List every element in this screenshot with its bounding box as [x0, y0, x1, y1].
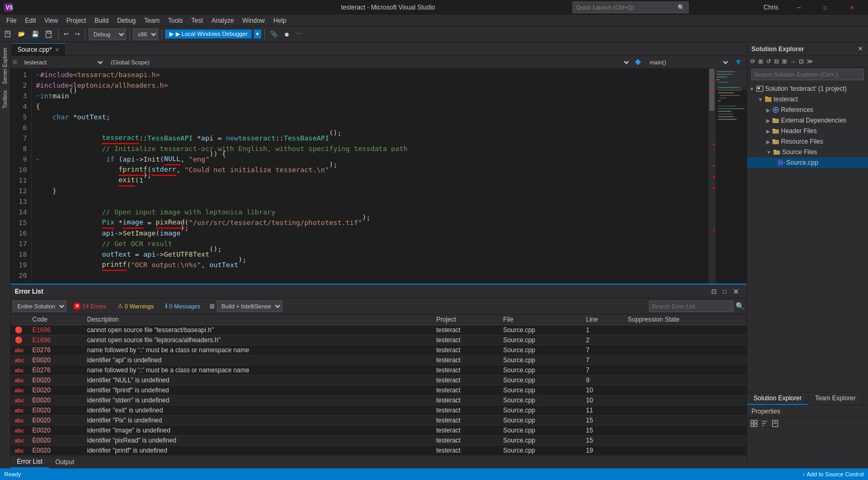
- se-open-button[interactable]: →: [789, 57, 797, 66]
- messages-badge[interactable]: ℹ 0 Messages: [160, 301, 205, 311]
- se-refresh-button[interactable]: ↺: [765, 57, 772, 66]
- menu-window[interactable]: Window: [238, 16, 269, 25]
- tree-solution[interactable]: ▼ Solution 'testeract' (1 project): [747, 83, 868, 94]
- tree-resource-files[interactable]: ▶ Resource Files: [747, 136, 868, 147]
- errors-badge[interactable]: ✕ 14 Errors: [69, 301, 111, 312]
- error-row[interactable]: abc E0020 identifier "pixRead" is undefi…: [11, 436, 747, 446]
- tab-team-explorer[interactable]: Team Explorer: [808, 392, 862, 405]
- save-button[interactable]: 💾: [30, 30, 41, 39]
- member-select[interactable]: main(): [645, 57, 730, 68]
- tree-header-files[interactable]: ▶ Header Files: [747, 126, 868, 136]
- se-collapse-button[interactable]: ⊟: [773, 57, 780, 66]
- col-line[interactable]: Line: [581, 314, 623, 325]
- error-row[interactable]: 🔴 E1696 cannot open source file "tessera…: [11, 325, 747, 335]
- code-content[interactable]: − #include <tesseract/baseapi.h> #includ…: [32, 69, 709, 284]
- minimap-viewport[interactable]: [716, 69, 747, 90]
- undo-button[interactable]: ↩: [62, 30, 71, 39]
- error-row[interactable]: abc E0276 name followed by '::' must be …: [11, 365, 747, 375]
- menu-edit[interactable]: Edit: [21, 16, 40, 25]
- error-list-dock-button[interactable]: □: [720, 287, 730, 296]
- menu-help[interactable]: Help: [269, 16, 291, 25]
- error-row[interactable]: abc E0020 identifier "NULL" is undefined…: [11, 375, 747, 385]
- global-scope-select[interactable]: (Global Scope): [107, 57, 631, 68]
- error-row[interactable]: abc E0020 identifier "stderr" is undefin…: [11, 396, 747, 406]
- menu-analyze[interactable]: Analyze: [207, 16, 239, 25]
- se-show-all-button[interactable]: ⊞: [757, 57, 764, 66]
- menu-build[interactable]: Build: [90, 16, 113, 25]
- menu-project[interactable]: Project: [62, 16, 90, 25]
- tab-output[interactable]: Output: [49, 456, 81, 468]
- prop-sort-button[interactable]: [760, 419, 769, 429]
- col-code[interactable]: Code: [28, 314, 83, 325]
- menu-test[interactable]: Test: [187, 16, 207, 25]
- platform-select[interactable]: x86 x64: [133, 29, 158, 40]
- error-row[interactable]: abc E0020 identifier "api" is undefined …: [11, 355, 747, 365]
- header-files-collapse-icon: ▶: [766, 128, 770, 134]
- tab-solution-explorer-bottom[interactable]: Solution Explorer: [747, 392, 808, 405]
- error-row[interactable]: abc E0276 name followed by '::' must be …: [11, 345, 747, 355]
- menu-team[interactable]: Team: [140, 16, 164, 25]
- col-desc[interactable]: Description: [83, 314, 432, 325]
- project-scope-select[interactable]: testeract: [20, 57, 104, 68]
- run-debugger-button[interactable]: ▶ ▶ Local Windows Debugger: [165, 30, 252, 39]
- build-filter-select[interactable]: Build + IntelliSense: [217, 300, 282, 312]
- tree-external-deps[interactable]: ▶ External Dependencies: [747, 115, 868, 126]
- collapse-1[interactable]: −: [36, 70, 39, 80]
- se-properties-button[interactable]: ⊞: [781, 57, 788, 66]
- close-button[interactable]: ✕: [840, 0, 864, 15]
- error-row[interactable]: abc E0020 identifier "exit" is undefined…: [11, 406, 747, 416]
- error-row[interactable]: abc E0020 identifier "fprintf" is undefi…: [11, 385, 747, 396]
- toolbar-extra-1[interactable]: ⋯: [294, 30, 304, 39]
- tree-source-cpp[interactable]: C++ Source.cpp: [747, 157, 868, 168]
- se-more-button[interactable]: ≫: [806, 57, 814, 66]
- error-row[interactable]: abc E0020 identifier "Pix" is undefined …: [11, 416, 747, 426]
- new-file-button[interactable]: [2, 30, 14, 39]
- error-row[interactable]: abc E0020 identifier "printf" is undefin…: [11, 446, 747, 456]
- server-explorer-tab[interactable]: Server Explorer: [1, 44, 9, 87]
- error-list-close-button[interactable]: ✕: [730, 286, 742, 297]
- open-file-button[interactable]: 📂: [16, 30, 27, 39]
- attach-button[interactable]: 📎: [268, 30, 280, 39]
- col-suppression[interactable]: Suppression State: [624, 314, 747, 325]
- redo-button[interactable]: ↪: [73, 30, 82, 39]
- tree-references[interactable]: ▶ References: [747, 105, 868, 115]
- tab-error-list[interactable]: Error List: [11, 456, 49, 468]
- solution-filter-select[interactable]: Entire Solution: [13, 300, 66, 312]
- tree-project[interactable]: ▼ testeract: [747, 94, 868, 105]
- editor-vscroll[interactable]: [709, 69, 715, 284]
- col-project[interactable]: Project: [432, 314, 499, 325]
- prop-pages-button[interactable]: [770, 419, 780, 429]
- error-search-input[interactable]: [649, 300, 733, 312]
- se-sync-button[interactable]: ⟳: [749, 57, 756, 66]
- error-list-float-button[interactable]: ⊡: [708, 287, 720, 296]
- save-all-button[interactable]: [43, 30, 55, 39]
- tree-source-files[interactable]: ▼ Source Files: [747, 147, 868, 157]
- breakpoint-button[interactable]: ⏺: [282, 30, 292, 39]
- tab-source-cpp[interactable]: Source.cpp* ✕: [11, 43, 66, 55]
- tab-close-icon[interactable]: ✕: [55, 47, 59, 53]
- menu-view[interactable]: View: [40, 16, 62, 25]
- menu-tools[interactable]: Tools: [164, 16, 187, 25]
- error-row[interactable]: abc E0020 identifier "image" is undefine…: [11, 426, 747, 436]
- toolbox-tab[interactable]: Toolbox: [1, 87, 9, 111]
- error-table[interactable]: Code Description Project File Line Suppr…: [11, 314, 747, 456]
- maximize-button[interactable]: □: [813, 0, 837, 15]
- code-editor[interactable]: 1 2 3 4 5 6 7 8 9 10 11 12 13 14 15 16 1: [11, 69, 747, 284]
- add-to-source-control[interactable]: ↑ Add to Source Control: [803, 471, 864, 477]
- se-search-input[interactable]: [751, 69, 864, 80]
- se-close-button[interactable]: ✕: [857, 44, 864, 53]
- expand-editor-button[interactable]: ▼: [732, 57, 745, 68]
- col-icon[interactable]: [11, 314, 28, 325]
- run-dropdown-button[interactable]: ▾: [254, 30, 261, 39]
- col-file[interactable]: File: [499, 314, 582, 325]
- prop-grid-button[interactable]: [749, 419, 759, 429]
- menu-file[interactable]: File: [2, 16, 21, 25]
- se-git-button[interactable]: ⊡: [798, 57, 805, 66]
- debug-mode-select[interactable]: Debug Release: [89, 29, 126, 40]
- collapse-3[interactable]: −: [36, 91, 39, 101]
- menu-debug[interactable]: Debug: [113, 16, 140, 25]
- error-search-button[interactable]: 🔍: [736, 302, 745, 310]
- error-row[interactable]: 🔴 E1696 cannot open source file "leptoni…: [11, 335, 747, 345]
- minimize-button[interactable]: ─: [787, 0, 811, 15]
- warnings-badge[interactable]: ⚠ 0 Warnings: [113, 301, 158, 311]
